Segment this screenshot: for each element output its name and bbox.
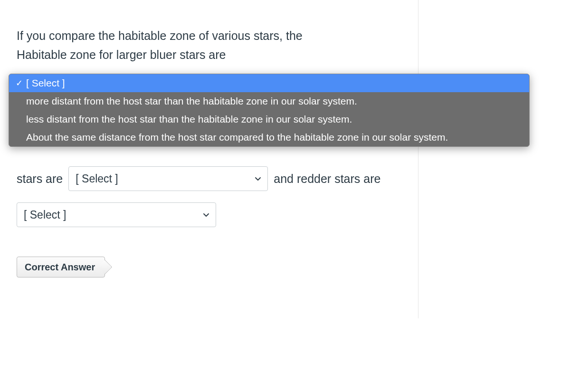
correct-answer-label: Correct Answer xyxy=(25,262,95,273)
question-stem: If you compare the habitable zone of var… xyxy=(17,26,449,64)
text-stars-are: stars are xyxy=(17,172,63,186)
correct-answer-button[interactable]: Correct Answer xyxy=(17,257,105,277)
select-3[interactable]: [ Select ] xyxy=(17,202,216,227)
select-1-selected-label: [ Select ] xyxy=(26,77,523,89)
select-1-option-3[interactable]: About the same distance from the host st… xyxy=(9,128,529,146)
inline-row-2: stars are [ Select ] and redder stars ar… xyxy=(17,166,380,191)
chevron-down-icon xyxy=(202,211,210,219)
check-icon: ✓ xyxy=(15,79,23,87)
select-1-option-2[interactable]: less distant from the host star than the… xyxy=(9,110,529,128)
select-2-value: [ Select ] xyxy=(76,172,118,185)
chevron-down-icon xyxy=(254,175,262,182)
inline-row-3: [ Select ] xyxy=(17,202,216,227)
select-1-option-1[interactable]: more distant from the host star than the… xyxy=(9,92,529,110)
question-line-2: Habitable zone for larger bluer stars ar… xyxy=(17,48,226,61)
text-and-redder: and redder stars are xyxy=(274,172,380,186)
arrow-notch xyxy=(98,259,113,274)
select-1-option-placeholder[interactable]: ✓ [ Select ] xyxy=(9,74,529,92)
select-3-value: [ Select ] xyxy=(24,209,66,221)
select-1-dropdown[interactable]: ✓ [ Select ] more distant from the host … xyxy=(9,74,530,147)
select-2[interactable]: [ Select ] xyxy=(68,166,268,191)
question-line-1: If you compare the habitable zone of var… xyxy=(17,29,303,42)
